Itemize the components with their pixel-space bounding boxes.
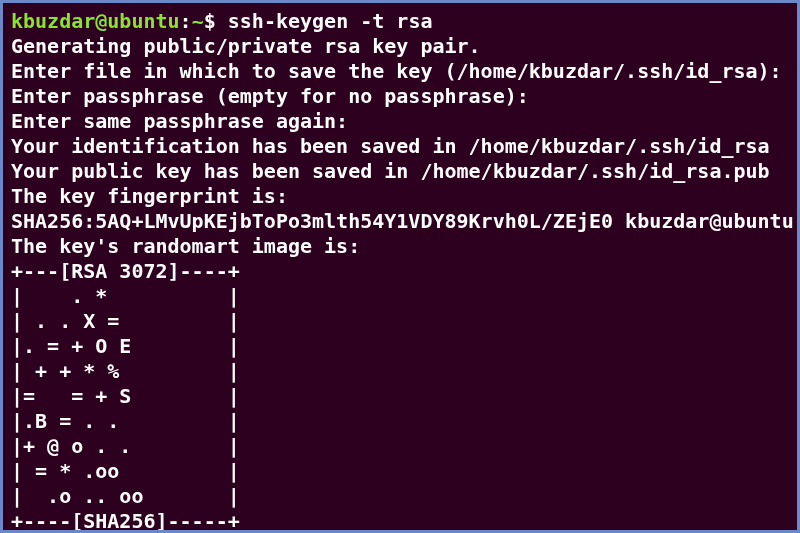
output-line: The key fingerprint is: xyxy=(11,184,789,209)
prompt-user-host: kbuzdar@ubuntu xyxy=(11,9,180,33)
command-text: ssh-keygen -t rsa xyxy=(228,9,433,33)
prompt-path: ~ xyxy=(192,9,204,33)
prompt-line: kbuzdar@ubuntu:~$ ssh-keygen -t rsa xyxy=(11,9,789,34)
randomart-line: | + + * % | xyxy=(11,359,789,384)
randomart-line: +---[RSA 3072]----+ xyxy=(11,259,789,284)
output-line: Enter file in which to save the key (/ho… xyxy=(11,59,789,84)
output-line: Generating public/private rsa key pair. xyxy=(11,34,789,59)
randomart-line: |+ @ o . . | xyxy=(11,434,789,459)
terminal-window[interactable]: kbuzdar@ubuntu:~$ ssh-keygen -t rsa Gene… xyxy=(0,0,800,533)
output-line: Your identification has been saved in /h… xyxy=(11,134,789,159)
output-line: SHA256:5AQ+LMvUpKEjbToPo3mlth54Y1VDY89Kr… xyxy=(11,209,789,234)
prompt-sep: : xyxy=(180,9,192,33)
randomart-line: +----[SHA256]-----+ xyxy=(11,509,789,533)
randomart-line: |.B = . . | xyxy=(11,409,789,434)
output-line: Enter same passphrase again: xyxy=(11,109,789,134)
prompt-dollar: $ xyxy=(204,9,228,33)
randomart-line: |. = + O E | xyxy=(11,334,789,359)
randomart-line: | .o .. oo | xyxy=(11,484,789,509)
output-line: Your public key has been saved in /home/… xyxy=(11,159,789,184)
randomart-line: | . * | xyxy=(11,284,789,309)
output-line: The key's randomart image is: xyxy=(11,234,789,259)
randomart-line: | = * .oo | xyxy=(11,459,789,484)
output-line: Enter passphrase (empty for no passphras… xyxy=(11,84,789,109)
randomart-line: | . . X = | xyxy=(11,309,789,334)
randomart-line: |= = + S | xyxy=(11,384,789,409)
